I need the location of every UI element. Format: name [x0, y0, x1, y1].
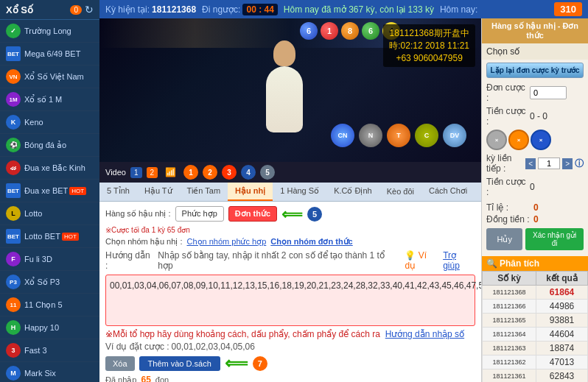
hot-badge: HOT: [69, 187, 86, 195]
sidebar-badge: 0: [70, 5, 82, 15]
sidebar-item-marksix[interactable]: M Mark Six: [0, 362, 99, 382]
sidebar-item-label: Xổ Số P3: [24, 277, 60, 287]
result-value: 44604: [536, 328, 588, 342]
ball-1: 6: [300, 22, 318, 40]
tro-giup-link[interactable]: Trợ giúp: [443, 250, 475, 271]
result-ky: 181121363: [483, 342, 536, 356]
tab-hau-nhi[interactable]: Hậu nhị: [228, 183, 273, 201]
result-ky: 181121362: [483, 356, 536, 369]
right-panel-header: Hàng số hậu nhị - Đơn thức: [482, 18, 588, 43]
numbers-text: 00,01,03,04,06,07,08,09,10,11,12,13,15,1…: [110, 280, 481, 291]
ti-le-row: Tỉ lệ : 0: [482, 202, 588, 213]
arrow-5-indicator: ⟸: [281, 207, 303, 222]
sidebar-item-mega[interactable]: BET Mega 6/49 BET: [0, 43, 99, 66]
sidebar: Xổ Số 0 ↻ ✓ Trường Long BET Mega 6/49 BE…: [0, 0, 99, 382]
sidebar-item-xs1m[interactable]: 1M Xổ số 1 M: [0, 88, 99, 111]
round-btn-4[interactable]: 4: [241, 165, 256, 180]
vi-du-icon[interactable]: 💡 Ví dụ: [405, 250, 440, 271]
round-btn-3[interactable]: 3: [222, 165, 237, 180]
them-button[interactable]: Thêm vào D.sách: [139, 356, 220, 371]
numbers-input-box[interactable]: 00,01,03,04,06,07,08,09,10,11,12,13,15,1…: [105, 275, 475, 326]
sidebar-item-11chon5[interactable]: 11 11 Chọn 5: [0, 294, 99, 316]
xs1m-icon: 1M: [6, 92, 21, 107]
nhom-phuc-hop-link[interactable]: Chọn nhóm phức hợp: [186, 237, 266, 247]
main-area: Kỳ hiện tại: 181121368 Đi ngược: 00 : 44…: [99, 0, 588, 382]
phuc-hop-button[interactable]: Phức hợp: [175, 206, 224, 222]
info-icon[interactable]: ⓘ: [575, 158, 584, 170]
xoa-button[interactable]: Xóa: [105, 356, 135, 371]
chon-nhom-row: Chọn nhóm hậu nhị : Chọn nhóm phức hợp C…: [105, 237, 475, 247]
ky-hien-tai: Kỳ hiện tại: 181121368: [105, 4, 196, 15]
sidebar-item-lotto[interactable]: L Lotto: [0, 202, 99, 225]
tab-k-co-dinh[interactable]: K.Cố Định: [326, 183, 379, 201]
video-section: 6 1 8 6 4 181121368期开盘中 時:02:12 2018 11:…: [99, 18, 481, 382]
ky-tiep-next[interactable]: >: [562, 158, 573, 169]
round-btn-1[interactable]: 1: [183, 165, 198, 180]
don-cuoc-input[interactable]: [530, 86, 567, 99]
table-row: 18112136444604: [483, 328, 588, 342]
quality-btn-1[interactable]: 1: [130, 167, 142, 178]
dong-tien-label: Đồng tiền :: [486, 214, 531, 224]
sidebar-item-keno[interactable]: K Keno: [0, 111, 99, 134]
ky-tiep-prev[interactable]: <: [525, 158, 536, 169]
tab-keo-doi[interactable]: Kèo đôi: [379, 183, 421, 201]
round-btn-2[interactable]: 2: [203, 165, 217, 180]
huy-button[interactable]: Hủy: [486, 228, 522, 250]
results-table: Số kỳ kết quả 18112136861864181121366449…: [482, 271, 588, 382]
sidebar-item-duaxe[interactable]: 🏎 Đua xe Bắc Kinh: [0, 157, 99, 180]
hom-nay-right-label: Hôm nay:: [440, 4, 477, 15]
tab-hau-tu[interactable]: Hậu Tứ: [137, 183, 180, 201]
tab-tien-tam[interactable]: Tiền Tam: [180, 183, 228, 201]
step-badge-5: 5: [307, 207, 322, 222]
phan-tich-label: Phân tích: [500, 258, 539, 269]
game-tabs: 5 Tỉnh Hậu Tứ Tiền Tam Hậu nhị 1 Hàng Số…: [99, 183, 481, 202]
sidebar-item-bongda[interactable]: ⚽ Bóng đá ảo: [0, 134, 99, 157]
machine-ball-3: T: [387, 124, 410, 147]
sidebar-item-lotto-bet[interactable]: BET Lotto BET HOT: [0, 225, 99, 248]
result-value: 61864: [536, 286, 588, 300]
lotto-icon: L: [6, 206, 21, 221]
xsvn-icon: VN: [6, 69, 21, 84]
sidebar-item-happy10[interactable]: H Happy 10: [0, 316, 99, 339]
happy10-icon: H: [6, 320, 21, 335]
tien-cuoc-value: 0 - 0: [530, 111, 584, 121]
don-thuc-button[interactable]: Đơn thức: [228, 206, 277, 222]
ky-tiep-input[interactable]: [538, 158, 560, 169]
refresh-icon[interactable]: ↻: [85, 4, 94, 15]
note-link[interactable]: Hướng dẫn nhập số: [385, 329, 464, 339]
chip-3[interactable]: ×: [531, 130, 551, 150]
sidebar-item-label: Lotto BET: [24, 232, 60, 241]
sidebar-item-fast3[interactable]: 3 Fast 3: [0, 339, 99, 362]
lap-lai-button[interactable]: Lặp lại đơn cược kỳ trước: [486, 63, 584, 78]
sidebar-item-label: Fast 3: [24, 346, 47, 355]
di-nguoc-label: Đi ngược:: [202, 4, 240, 15]
sidebar-item-duaxe-bet[interactable]: BET Đua xe BET HOT: [0, 180, 99, 202]
don-cuoc-label: Đơn cược :: [486, 82, 527, 103]
chip-2[interactable]: ×: [508, 130, 529, 150]
sidebar-item-label: Trường Long: [24, 26, 71, 36]
tab-1-hang-so[interactable]: 1 Hàng Số: [273, 183, 326, 201]
round-btn-5[interactable]: 5: [260, 165, 275, 180]
sidebar-item-truong-long[interactable]: ✓ Trường Long: [0, 20, 99, 43]
chip-1[interactable]: ×: [486, 130, 507, 150]
ky-value: 181121368: [152, 4, 196, 15]
tab-5-tinh[interactable]: 5 Tỉnh: [99, 183, 137, 201]
xac-nhan-button[interactable]: Xác nhận gửi đi: [525, 228, 584, 250]
nhom-don-thuc-link[interactable]: Chọn nhóm đơn thức: [270, 237, 352, 247]
phong-chat-tab[interactable]: Phòng chat: [481, 77, 482, 117]
sidebar-item-label: Bóng đá ảo: [24, 141, 66, 150]
keno-icon: K: [6, 115, 21, 130]
sidebar-title: Xổ Số: [6, 4, 67, 15]
sidebar-item-fuli3d[interactable]: F Fu li 3D: [0, 248, 99, 271]
step-badge-7: 7: [253, 356, 267, 371]
sidebar-item-xsvn[interactable]: VN Xổ Số Việt Nam: [0, 66, 99, 88]
host-body: [266, 66, 303, 132]
sidebar-item-xsp3[interactable]: P3 Xổ Số P3: [0, 271, 99, 294]
video-controls: Video 1 2 📶 1 2 3 4 5: [99, 162, 481, 183]
quality-btn-2[interactable]: 2: [147, 167, 158, 178]
table-row: 18112136162843: [483, 369, 588, 383]
ky-label: Kỳ hiện tại:: [105, 4, 150, 15]
tien-cuoc2-value: 0: [530, 182, 584, 192]
tab-cach-choi[interactable]: Cách Chơi: [421, 183, 475, 201]
result-ky: 181121364: [483, 328, 536, 342]
